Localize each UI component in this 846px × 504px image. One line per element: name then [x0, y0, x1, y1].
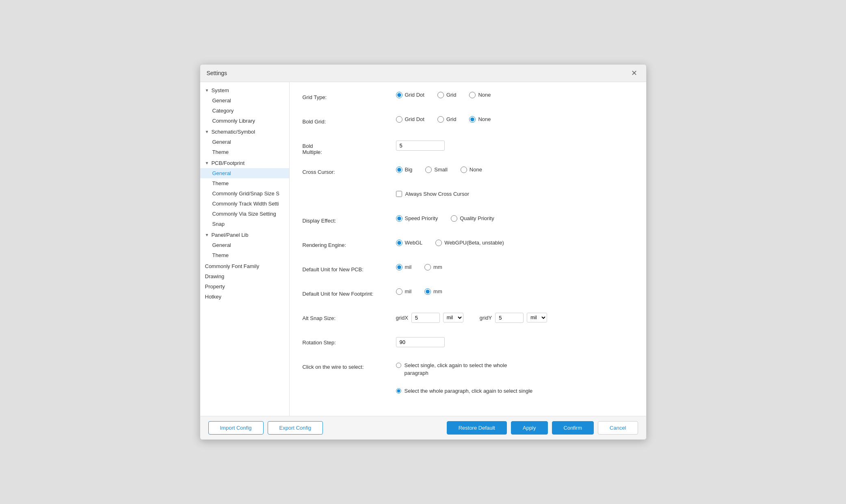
sidebar-item-pcb-snap[interactable]: Snap	[200, 219, 289, 229]
wire-select-whole-radio[interactable]	[396, 388, 401, 394]
default-unit-pcb-mil-option[interactable]: mil	[396, 264, 412, 270]
sidebar-group-system: ▼ System General Category Commonly Libra…	[200, 85, 289, 126]
display-speed-radio[interactable]	[396, 215, 402, 222]
rendering-webgpu-option[interactable]: WebGPU(Beta, unstable)	[435, 240, 504, 246]
always-show-cursor-option[interactable]: Always Show Cross Cursor	[396, 191, 470, 197]
click-wire-label: Click on the wire to select:	[303, 361, 396, 370]
bold-grid-none-radio[interactable]	[469, 116, 476, 123]
default-unit-footprint-mm-option[interactable]: mm	[424, 288, 442, 295]
bold-grid-dot-label: Grid Dot	[405, 116, 424, 122]
sidebar-item-drawing[interactable]: Drawing	[200, 271, 289, 281]
sidebar-item-system-general[interactable]: General	[200, 95, 289, 106]
rendering-webgpu-radio[interactable]	[435, 240, 442, 246]
sidebar-group-pcb: ▼ PCB/Footprint General Theme Commonly G…	[200, 158, 289, 229]
sidebar-item-pcb-theme[interactable]: Theme	[200, 178, 289, 188]
sidebar-item-pcb-track-width[interactable]: Commonly Track Width Setti	[200, 199, 289, 209]
default-unit-footprint-mm-radio[interactable]	[424, 288, 431, 295]
default-unit-pcb-mm-radio[interactable]	[424, 264, 431, 270]
sidebar-item-system-category[interactable]: Category	[200, 106, 289, 116]
import-config-button[interactable]: Import Config	[208, 421, 264, 435]
cross-cursor-big-label: Big	[405, 167, 413, 173]
always-show-cursor-row: Always Show Cross Cursor	[303, 191, 633, 204]
wire-option-single[interactable]: Select single, click again to select the…	[396, 361, 526, 377]
alt-snap-size-controls: gridX mil mm gridY mil mm	[396, 313, 633, 323]
rendering-engine-row: Rendering Engine: WebGL WebGPU(Beta, uns…	[303, 240, 633, 253]
rendering-webgl-radio[interactable]	[396, 240, 402, 246]
bold-multiple-label: BoldMultiple:	[303, 141, 396, 155]
bold-multiple-input[interactable]	[396, 141, 445, 151]
bold-grid-grid-option[interactable]: Grid	[437, 116, 457, 123]
grid-type-dot-option[interactable]: Grid Dot	[396, 92, 424, 98]
always-show-cursor-spacer	[303, 191, 396, 193]
sidebar-item-pcb-via-size[interactable]: Commonly Via Size Setting	[200, 209, 289, 219]
cancel-button[interactable]: Cancel	[598, 421, 638, 435]
snap-group-x: gridX mil mm	[396, 313, 463, 323]
bold-grid-none-option[interactable]: None	[469, 116, 491, 123]
display-quality-radio[interactable]	[451, 215, 457, 222]
apply-button[interactable]: Apply	[511, 421, 548, 435]
sidebar-item-panel-general[interactable]: General	[200, 240, 289, 250]
sidebar-item-commonly-font-family[interactable]: Commonly Font Family	[200, 261, 289, 271]
default-unit-pcb-mm-label: mm	[433, 264, 442, 270]
bold-grid-dot-option[interactable]: Grid Dot	[396, 116, 424, 123]
sidebar-group-header-schematic[interactable]: ▼ Schematic/Symbol	[200, 127, 289, 137]
sidebar-group-label-schematic: Schematic/Symbol	[211, 129, 255, 135]
rotation-step-input[interactable]	[396, 337, 445, 347]
cross-cursor-none-radio[interactable]	[461, 167, 467, 173]
sidebar-item-pcb-grid-snap[interactable]: Commonly Grid/Snap Size S	[200, 188, 289, 199]
arrow-panel: ▼	[205, 233, 209, 237]
wire-select-single-radio[interactable]	[396, 363, 401, 368]
default-unit-pcb-mil-radio[interactable]	[396, 264, 402, 270]
gridy-input[interactable]	[495, 313, 524, 323]
wire-option-whole[interactable]: Select the whole paragraph, click again …	[396, 387, 533, 395]
rendering-engine-controls: WebGL WebGPU(Beta, unstable)	[396, 240, 633, 246]
restore-default-button[interactable]: Restore Default	[447, 421, 507, 435]
default-unit-footprint-controls: mil mm	[396, 288, 633, 295]
rendering-webgl-option[interactable]: WebGL	[396, 240, 423, 246]
sidebar-group-header-panel[interactable]: ▼ Panel/Panel Lib	[200, 230, 289, 240]
grid-type-grid-radio[interactable]	[437, 92, 444, 98]
main-content: Grid Type: Grid Dot Grid None	[290, 82, 646, 416]
sidebar-item-schematic-theme[interactable]: Theme	[200, 147, 289, 157]
cross-cursor-none-option[interactable]: None	[461, 167, 482, 173]
grid-type-controls: Grid Dot Grid None	[396, 92, 633, 98]
gridx-unit-select[interactable]: mil mm	[443, 313, 463, 322]
default-unit-footprint-mil-radio[interactable]	[396, 288, 402, 295]
click-wire-controls: Select single, click again to select the…	[396, 361, 633, 395]
gridy-unit-select[interactable]: mil mm	[527, 313, 547, 322]
footer-right: Restore Default Apply Confirm Cancel	[447, 421, 638, 435]
default-unit-footprint-mil-option[interactable]: mil	[396, 288, 412, 295]
display-speed-option[interactable]: Speed Priority	[396, 215, 438, 222]
cross-cursor-big-option[interactable]: Big	[396, 167, 413, 173]
sidebar-group-header-system[interactable]: ▼ System	[200, 85, 289, 95]
cross-cursor-small-radio[interactable]	[425, 167, 432, 173]
sidebar-item-schematic-general[interactable]: General	[200, 137, 289, 147]
grid-type-dot-radio[interactable]	[396, 92, 402, 98]
cross-cursor-big-radio[interactable]	[396, 167, 402, 173]
default-unit-pcb-mm-option[interactable]: mm	[424, 264, 442, 270]
sidebar-item-hotkey[interactable]: Hotkey	[200, 292, 289, 302]
display-effect-label: Display Effect:	[303, 215, 396, 224]
sidebar-item-pcb-general[interactable]: General	[200, 168, 289, 178]
display-effect-row: Display Effect: Speed Priority Quality P…	[303, 215, 633, 228]
confirm-button[interactable]: Confirm	[552, 421, 594, 435]
sidebar-item-commonly-library[interactable]: Commonly Library	[200, 116, 289, 126]
grid-type-none-option[interactable]: None	[469, 92, 491, 98]
display-quality-option[interactable]: Quality Priority	[451, 215, 494, 222]
cross-cursor-small-option[interactable]: Small	[425, 167, 448, 173]
dialog-title: Settings	[207, 70, 227, 76]
close-button[interactable]: ✕	[629, 69, 640, 78]
sidebar-group-header-pcb[interactable]: ▼ PCB/Footprint	[200, 158, 289, 168]
bold-grid-none-label: None	[478, 116, 491, 122]
sidebar-item-property[interactable]: Property	[200, 281, 289, 292]
bold-grid-grid-radio[interactable]	[437, 116, 444, 123]
alt-snap-size-row: Alt Snap Size: gridX mil mm gridY	[303, 313, 633, 326]
gridx-input[interactable]	[411, 313, 440, 323]
export-config-button[interactable]: Export Config	[268, 421, 323, 435]
always-show-cursor-checkbox[interactable]	[396, 191, 402, 197]
grid-type-grid-option[interactable]: Grid	[437, 92, 457, 98]
bold-grid-dot-radio[interactable]	[396, 116, 402, 123]
arrow-schematic: ▼	[205, 130, 209, 134]
grid-type-none-radio[interactable]	[469, 92, 476, 98]
sidebar-item-panel-theme[interactable]: Theme	[200, 250, 289, 260]
